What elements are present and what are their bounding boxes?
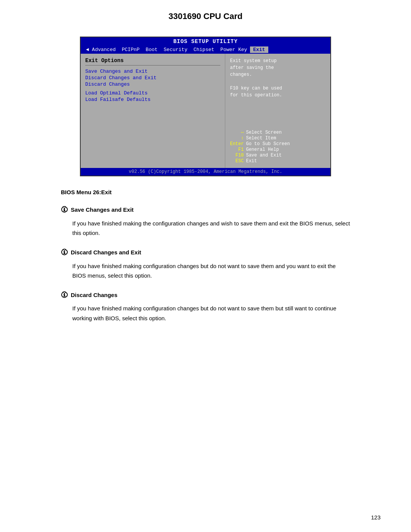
- menu-pcinpnp[interactable]: PCIPnP: [119, 46, 143, 53]
- section-icon-3: 🛈: [61, 290, 68, 301]
- bios-title-bar: BIOS SETUP UTILITY: [81, 37, 330, 46]
- key-arrows-lr: ↔: [230, 130, 244, 135]
- key-save-exit: Save and Exit: [246, 153, 282, 158]
- section-body-3: If you have finished making configuratio…: [72, 304, 350, 323]
- doc-content: BIOS Menu 26:Exit 🛈 Save Changes and Exi…: [61, 188, 350, 323]
- menu-chipset[interactable]: Chipset: [190, 46, 217, 53]
- bios-menu-label: BIOS Menu 26:Exit: [61, 188, 350, 197]
- bios-footer: v02.56 (C)Copyright 1985-2004, American …: [81, 168, 330, 176]
- option-discard-changes-exit[interactable]: Discard Changes and Exit: [85, 75, 220, 81]
- option-load-failsafe[interactable]: Load Failsafe Defaults: [85, 97, 220, 102]
- option-discard-changes[interactable]: Discard Changes: [85, 81, 220, 87]
- bios-screenshot: BIOS SETUP UTILITY ◄ Advanced PCIPnP Boo…: [80, 37, 331, 176]
- menu-security[interactable]: Security: [161, 46, 190, 53]
- section-icon-1: 🛈: [61, 204, 68, 216]
- section-discard-changes: 🛈 Discard Changes If you have finished m…: [61, 290, 350, 323]
- bios-left-panel: Exit Options Save Changes and Exit Disca…: [81, 54, 225, 168]
- key-exit: Exit: [246, 158, 257, 164]
- section-body-1: If you have finished making the configur…: [72, 219, 350, 238]
- menu-exit[interactable]: Exit: [250, 46, 268, 53]
- option-load-optimal[interactable]: Load Optimal Defaults: [85, 90, 220, 96]
- key-enter: Enter: [230, 141, 244, 147]
- page-title: 3301690 CPU Card: [0, 0, 411, 29]
- key-esc: ESC: [230, 158, 244, 164]
- help-text: Exit system setup after saving the chang…: [230, 58, 326, 99]
- section-discard-changes-exit: 🛈 Discard Changes and Exit If you have f…: [61, 247, 350, 281]
- menu-power-key[interactable]: Power Key: [217, 46, 250, 53]
- section-title-2: Discard Changes and Exit: [71, 248, 141, 257]
- key-help: ↔ Select Screen ↕ Select Item Enter Go t…: [230, 107, 326, 164]
- section-icon-2: 🛈: [61, 247, 68, 258]
- key-arrows-ud: ↕: [230, 136, 244, 141]
- key-f10: F10: [230, 153, 244, 158]
- exit-options-title: Exit Options: [85, 58, 220, 64]
- key-go-sub-screen: Go to Sub Screen: [246, 141, 290, 147]
- key-general-help: General Help: [246, 147, 279, 152]
- menu-advanced[interactable]: ◄ Advanced: [83, 46, 119, 53]
- key-select-screen: Select Screen: [246, 130, 282, 135]
- section-body-2: If you have finished making configuratio…: [72, 261, 350, 281]
- page-number: 123: [371, 514, 381, 521]
- option-save-changes-exit[interactable]: Save Changes and Exit: [85, 69, 220, 74]
- bios-menu-bar: ◄ Advanced PCIPnP Boot Security Chipset …: [81, 46, 330, 54]
- key-f1: F1: [230, 147, 244, 152]
- section-title-1: Save Changes and Exit: [71, 205, 134, 214]
- section-title-3: Discard Changes: [71, 291, 118, 300]
- menu-boot[interactable]: Boot: [143, 46, 161, 53]
- bios-right-panel: Exit system setup after saving the chang…: [225, 54, 330, 168]
- key-select-item: Select Item: [246, 136, 276, 141]
- bios-content: Exit Options Save Changes and Exit Disca…: [81, 54, 330, 168]
- section-save-changes-exit: 🛈 Save Changes and Exit If you have fini…: [61, 204, 350, 238]
